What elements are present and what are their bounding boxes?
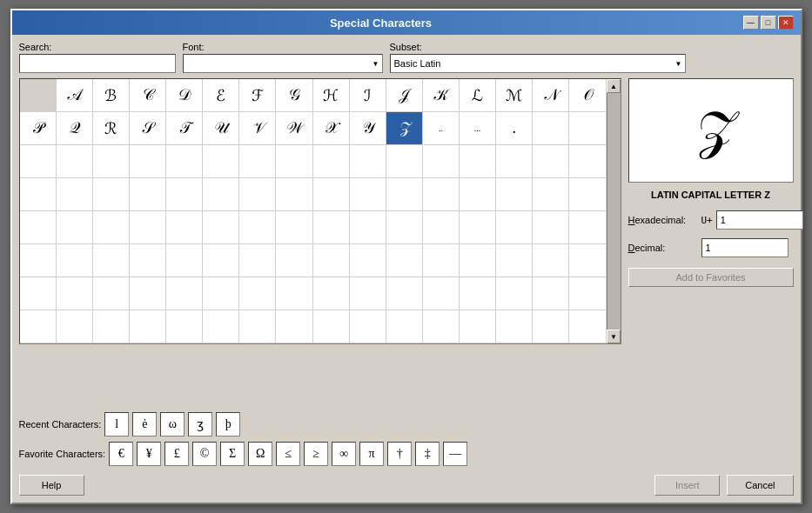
scroll-up-button[interactable]: ▲ <box>607 79 621 93</box>
char-cell[interactable] <box>569 178 606 211</box>
char-cell[interactable] <box>130 211 166 244</box>
char-cell[interactable]: ℐ <box>350 79 386 112</box>
char-cell[interactable] <box>496 277 533 310</box>
char-cell[interactable] <box>20 310 57 343</box>
char-cell[interactable] <box>569 277 606 310</box>
char-cell[interactable]: 𝒱 <box>239 112 276 145</box>
char-cell[interactable] <box>350 211 386 244</box>
char-cell[interactable] <box>57 145 93 178</box>
char-cell[interactable] <box>130 178 166 211</box>
char-cell[interactable] <box>313 178 350 211</box>
char-cell[interactable]: 𝒬 <box>57 112 93 145</box>
char-cell[interactable] <box>93 211 130 244</box>
char-cell[interactable] <box>533 310 569 343</box>
fav-char-1[interactable]: € <box>109 442 133 466</box>
char-cell[interactable] <box>203 244 239 277</box>
char-cell[interactable] <box>569 211 606 244</box>
char-cell[interactable] <box>386 211 423 244</box>
char-cell[interactable] <box>496 244 533 277</box>
subset-select[interactable]: Basic Latin <box>390 54 686 73</box>
fav-char-10[interactable]: π <box>359 442 384 466</box>
char-cell[interactable] <box>93 277 130 310</box>
char-cell[interactable] <box>276 178 312 211</box>
char-cell[interactable] <box>276 277 312 310</box>
char-cell[interactable] <box>423 244 460 277</box>
char-cell[interactable] <box>386 244 423 277</box>
char-cell[interactable] <box>20 277 57 310</box>
char-cell[interactable] <box>166 277 203 310</box>
fav-char-9[interactable]: ∞ <box>332 442 356 466</box>
char-cell[interactable] <box>313 244 350 277</box>
char-cell[interactable] <box>460 244 496 277</box>
char-cell[interactable]: 𝒜 <box>57 79 93 112</box>
char-cell[interactable] <box>350 310 386 343</box>
fav-char-3[interactable]: £ <box>164 442 189 466</box>
char-cell[interactable]: .. <box>423 112 460 145</box>
char-cell[interactable]: . <box>496 112 533 145</box>
char-cell[interactable]: ℒ <box>460 79 496 112</box>
char-cell[interactable]: ... <box>460 112 496 145</box>
char-cell[interactable] <box>203 277 239 310</box>
scroll-down-button[interactable]: ▼ <box>607 330 621 343</box>
char-cell[interactable] <box>57 244 93 277</box>
char-cell[interactable]: ℰ <box>203 79 239 112</box>
char-cell[interactable] <box>203 310 239 343</box>
recent-char-2[interactable]: ė <box>132 412 157 436</box>
char-cell[interactable] <box>20 211 57 244</box>
char-cell[interactable] <box>496 178 533 211</box>
char-cell[interactable]: ℱ <box>239 79 276 112</box>
scrollbar[interactable]: ▲ ▼ <box>607 79 621 343</box>
char-cell[interactable] <box>276 244 312 277</box>
char-cell[interactable]: ℳ <box>496 79 533 112</box>
char-cell[interactable] <box>423 145 460 178</box>
char-cell[interactable]: 𝒪 <box>569 79 606 112</box>
char-cell[interactable]: 𝒟 <box>166 79 203 112</box>
char-cell[interactable] <box>130 244 166 277</box>
char-cell[interactable] <box>460 310 496 343</box>
char-cell[interactable]: 𝒦 <box>423 79 460 112</box>
char-cell[interactable] <box>313 310 350 343</box>
char-cell[interactable] <box>203 145 239 178</box>
char-cell[interactable] <box>130 145 166 178</box>
char-cell[interactable] <box>20 79 57 112</box>
fav-char-5[interactable]: Σ <box>220 442 245 466</box>
fav-char-6[interactable]: Ω <box>248 442 272 466</box>
scrollbar-track[interactable] <box>607 93 621 330</box>
add-to-favorites-button[interactable]: Add to Favorites <box>628 268 794 287</box>
char-cell[interactable] <box>20 178 57 211</box>
char-cell[interactable] <box>166 310 203 343</box>
char-cell[interactable] <box>313 277 350 310</box>
char-cell[interactable] <box>533 211 569 244</box>
char-cell[interactable] <box>423 310 460 343</box>
fav-char-2[interactable]: ¥ <box>137 442 161 466</box>
char-cell[interactable] <box>423 178 460 211</box>
char-cell[interactable]: 𝒰 <box>203 112 239 145</box>
minimize-button[interactable]: — <box>743 16 759 30</box>
recent-char-3[interactable]: ω <box>160 412 185 436</box>
char-cell[interactable]: 𝒯 <box>166 112 203 145</box>
char-cell[interactable] <box>460 211 496 244</box>
char-cell[interactable] <box>239 178 276 211</box>
fav-char-11[interactable]: † <box>387 442 412 466</box>
font-select[interactable] <box>183 54 383 73</box>
char-cell[interactable] <box>93 178 130 211</box>
char-cell[interactable] <box>350 277 386 310</box>
char-cell[interactable]: ℬ <box>93 79 130 112</box>
char-cell[interactable] <box>313 211 350 244</box>
char-cell[interactable] <box>203 178 239 211</box>
char-cell[interactable] <box>93 310 130 343</box>
char-cell[interactable] <box>276 310 312 343</box>
char-cell[interactable] <box>569 112 606 145</box>
char-cell[interactable]: 𝒩 <box>533 79 569 112</box>
char-cell[interactable] <box>569 310 606 343</box>
char-cell[interactable] <box>460 277 496 310</box>
char-cell[interactable] <box>460 145 496 178</box>
char-cell[interactable] <box>386 145 423 178</box>
char-cell[interactable] <box>496 211 533 244</box>
char-cell[interactable] <box>239 211 276 244</box>
fav-char-4[interactable]: © <box>192 442 217 466</box>
char-cell[interactable] <box>460 178 496 211</box>
char-cell[interactable]: 𝒳 <box>313 112 350 145</box>
char-cell[interactable] <box>423 211 460 244</box>
char-cell[interactable] <box>130 310 166 343</box>
